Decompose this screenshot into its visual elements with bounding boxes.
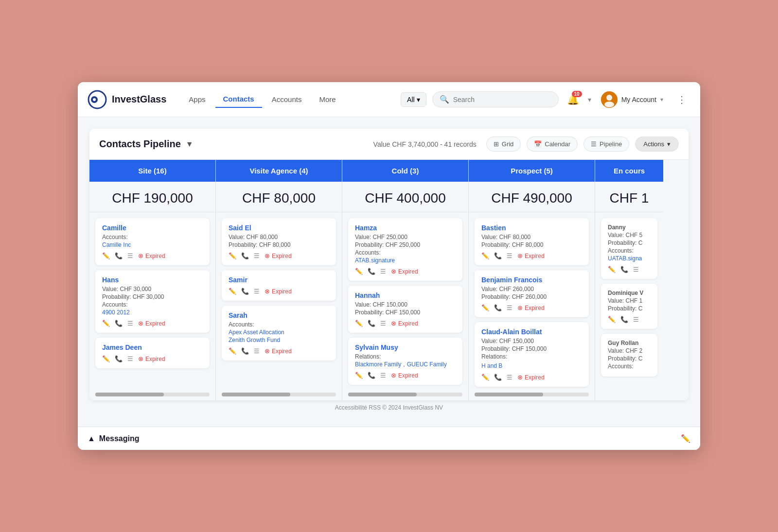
card-accounts-label-sarah: Accounts: [229, 321, 329, 328]
search-input[interactable] [453, 96, 551, 103]
card-name-sylvain[interactable]: Sylvain Musy [355, 343, 456, 351]
card-name-bastien[interactable]: Bastien [481, 224, 582, 232]
nav-link-more[interactable]: More [311, 91, 343, 107]
edit-icon[interactable]: ✏️ [229, 288, 236, 295]
card-name-hamza[interactable]: Hamza [355, 224, 456, 232]
page-content: Contacts Pipeline ▼ Value CHF 3,740,000 … [78, 117, 700, 427]
card-value-hans: Value: CHF 30,000 [102, 286, 203, 292]
calendar-view-button[interactable]: 📅 Calendar [527, 137, 578, 152]
phone-icon[interactable]: 📞 [241, 288, 249, 295]
edit-icon[interactable]: ✏️ [355, 268, 363, 275]
edit-icon[interactable]: ✏️ [229, 347, 236, 355]
actions-chevron: ▾ [667, 140, 671, 148]
actions-button[interactable]: Actions ▾ [635, 137, 679, 152]
scrollbar-site[interactable] [95, 393, 210, 396]
messaging-pencil-icon[interactable]: ✏️ [681, 434, 690, 443]
card-name-said[interactable]: Said El [229, 224, 329, 232]
card-name-hannah[interactable]: Hannah [355, 292, 456, 299]
card-name-claud[interactable]: Claud-Alain Boillat [481, 328, 582, 336]
phone-icon[interactable]: 📞 [115, 320, 123, 327]
phone-icon[interactable]: 📞 [494, 252, 502, 259]
card-account-link-hamza[interactable]: ATAB.signature [355, 257, 456, 264]
kanban-column-site: Site (16) CHF 190,000 Camille Accounts: … [89, 160, 216, 400]
list-icon[interactable]: ☰ [254, 252, 260, 259]
list-icon[interactable]: ☰ [127, 320, 133, 327]
card-account-link-sarah-1[interactable]: Apex Asset Allocation [229, 329, 329, 336]
list-icon[interactable]: ☰ [380, 372, 386, 379]
list-icon[interactable]: ☰ [254, 347, 260, 355]
edit-icon[interactable]: ✏️ [608, 266, 616, 273]
card-probability-hamza: Probability: CHF 250,000 [355, 241, 456, 248]
column-cards-prospect: Bastien Value: CHF 80,000 Probability: C… [469, 212, 595, 393]
list-icon[interactable]: ☰ [380, 268, 386, 275]
filter-dropdown[interactable]: All ▾ [401, 92, 426, 107]
list-icon[interactable]: ☰ [507, 304, 513, 311]
phone-icon[interactable]: 📞 [368, 372, 375, 379]
pipeline-header: Contacts Pipeline ▼ Value CHF 3,740,000 … [89, 129, 689, 160]
phone-icon[interactable]: 📞 [368, 268, 375, 275]
notification-button[interactable]: 🔔 10 [565, 91, 582, 108]
pipeline-icon: ☰ [591, 140, 597, 148]
phone-icon[interactable]: 📞 [494, 374, 502, 381]
edit-icon[interactable]: ✏️ [102, 320, 110, 327]
account-button[interactable]: My Account ▾ [597, 89, 667, 110]
scrollbar-prospect[interactable] [475, 393, 589, 396]
card-relation-link-claud[interactable]: H and B [481, 362, 502, 369]
card-name-danny[interactable]: Danny [608, 224, 651, 231]
phone-icon[interactable]: 📞 [368, 320, 375, 327]
scrollbar-visite[interactable] [222, 393, 336, 396]
card-bastien: Bastien Value: CHF 80,000 Probability: C… [475, 218, 589, 265]
nav-link-apps[interactable]: Apps [181, 91, 213, 107]
notif-chevron[interactable]: ▾ [588, 96, 591, 103]
edit-icon[interactable]: ✏️ [102, 252, 110, 259]
phone-icon[interactable]: 📞 [494, 304, 502, 311]
card-name-camille[interactable]: Camille [102, 224, 203, 232]
list-icon[interactable]: ☰ [507, 374, 513, 381]
nav-link-contacts[interactable]: Contacts [215, 91, 262, 108]
nav-links: Apps Contacts Accounts More [181, 91, 401, 108]
list-icon[interactable]: ☰ [127, 355, 133, 362]
list-icon[interactable]: ☰ [633, 266, 639, 273]
scrollbar-cold[interactable] [348, 393, 462, 396]
card-name-dominique[interactable]: Dominique V [608, 290, 651, 296]
more-options-button[interactable]: ⋮ [673, 92, 690, 107]
card-account-link-danny[interactable]: UATAB.signa [608, 255, 651, 262]
card-account-link-sarah-2[interactable]: Zenith Growth Fund [229, 337, 329, 343]
messaging-title[interactable]: ▲ Messaging [88, 434, 140, 443]
card-relation-link-sylvain-2[interactable]: GUEUC Family [407, 361, 447, 368]
list-icon[interactable]: ☰ [380, 320, 386, 327]
list-icon[interactable]: ☰ [507, 252, 513, 259]
card-name-james[interactable]: James Deen [102, 343, 203, 351]
card-name-sarah[interactable]: Sarah [229, 311, 329, 319]
edit-icon[interactable]: ✏️ [481, 374, 489, 381]
phone-icon[interactable]: 📞 [241, 347, 249, 355]
grid-view-button[interactable]: ⊞ Grid [486, 137, 521, 152]
card-name-hans[interactable]: Hans [102, 276, 203, 284]
card-account-link-hans[interactable]: 4900 2012 [102, 309, 203, 316]
list-icon[interactable]: ☰ [254, 288, 260, 295]
edit-icon[interactable]: ✏️ [229, 252, 236, 259]
pipeline-container: Contacts Pipeline ▼ Value CHF 3,740,000 … [89, 129, 689, 400]
edit-icon[interactable]: ✏️ [608, 316, 616, 323]
phone-icon[interactable]: 📞 [241, 252, 249, 259]
edit-icon[interactable]: ✏️ [355, 372, 363, 379]
edit-icon[interactable]: ✏️ [355, 320, 363, 327]
phone-icon[interactable]: 📞 [115, 355, 123, 362]
card-name-benjamin[interactable]: Benjamin Francois [481, 276, 582, 284]
edit-icon[interactable]: ✏️ [481, 304, 489, 311]
list-icon[interactable]: ☰ [127, 252, 133, 259]
card-account-link-camille[interactable]: Camille Inc [102, 241, 203, 248]
search-box[interactable]: 🔍 [432, 91, 559, 107]
card-name-guy[interactable]: Guy Rollan [608, 340, 651, 346]
list-icon[interactable]: ☰ [633, 316, 639, 323]
phone-icon[interactable]: 📞 [620, 266, 628, 273]
card-relation-link-sylvain-1[interactable]: Blackmore Family [355, 361, 401, 368]
edit-icon[interactable]: ✏️ [102, 355, 110, 362]
filter-icon[interactable]: ▼ [186, 140, 194, 149]
nav-link-accounts[interactable]: Accounts [264, 91, 310, 107]
card-name-samir[interactable]: Samir [229, 276, 329, 284]
phone-icon[interactable]: 📞 [620, 316, 628, 323]
phone-icon[interactable]: 📞 [115, 252, 123, 259]
edit-icon[interactable]: ✏️ [481, 252, 489, 259]
pipeline-view-button[interactable]: ☰ Pipeline [584, 137, 629, 152]
